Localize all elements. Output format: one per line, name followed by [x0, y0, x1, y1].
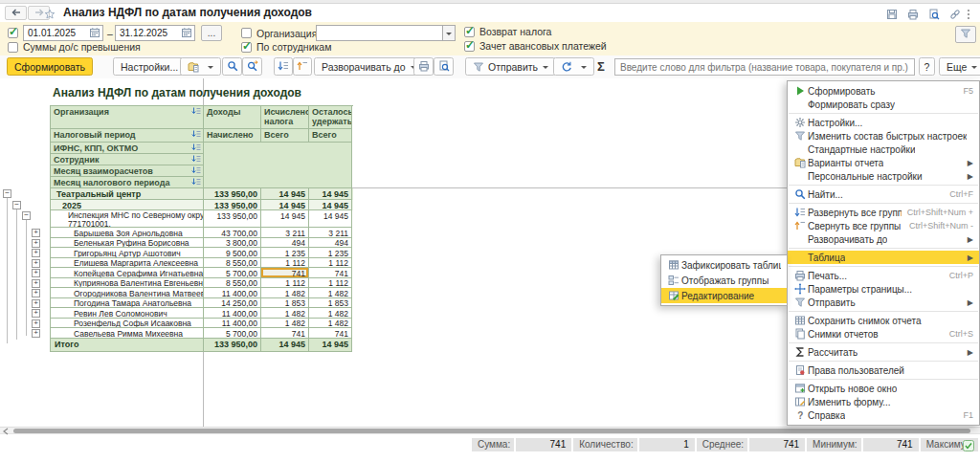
report-cell[interactable]: 14 945: [309, 339, 352, 352]
header-cell-total[interactable]: Всего: [309, 129, 352, 143]
report-cell[interactable]: 1 482: [261, 319, 309, 329]
report-cell[interactable]: 3 211: [309, 228, 352, 238]
calendar-icon[interactable]: [181, 27, 192, 40]
submenu-item-show-groups[interactable]: Отображать группы: [661, 273, 787, 288]
header-cell-employee[interactable]: Сотрудник: [51, 154, 204, 165]
report-cell[interactable]: 14 945: [261, 188, 309, 200]
sort-icon[interactable]: [191, 107, 201, 117]
expand-toggle[interactable]: +: [32, 329, 40, 338]
print-preview-button[interactable]: [434, 57, 454, 76]
report-cell[interactable]: 14 945: [309, 188, 352, 200]
report-cell[interactable]: 5 700,00: [204, 328, 261, 339]
period-from-field[interactable]: 01.01.2025: [23, 25, 103, 41]
report-cell[interactable]: 11 400,00: [204, 308, 261, 319]
report-cell[interactable]: 3 800,00: [204, 238, 261, 249]
report-cell[interactable]: 8 550,00: [204, 278, 261, 289]
expand-toggle[interactable]: +: [32, 239, 40, 248]
report-row[interactable]: Беленькая Руфина Борисовна3 800,00494494: [51, 238, 353, 249]
menu-item-table[interactable]: Таблица▶: [788, 251, 979, 264]
report-cell[interactable]: 9 500,00: [204, 248, 261, 258]
expand-toggle[interactable]: +: [32, 299, 40, 308]
period-to-field[interactable]: 31.12.2025: [115, 25, 195, 41]
menu-item-quick-settings[interactable]: Изменить состав быстрых настроек: [788, 129, 979, 143]
report-cell[interactable]: 1 482: [261, 308, 309, 319]
header-cell-total[interactable]: Всего: [261, 129, 309, 143]
expand-toggle[interactable]: −: [12, 201, 21, 209]
report-cell[interactable]: 1 482: [309, 308, 352, 319]
report-row[interactable]: Погодина Тамара Анатольевна14 250,001 85…: [51, 298, 353, 309]
expand-all-button[interactable]: [274, 57, 293, 76]
search-button[interactable]: [222, 57, 242, 76]
report-cell[interactable]: 494: [309, 238, 352, 249]
menu-item-change-form[interactable]: Изменить форму...: [788, 395, 979, 408]
period-more-button[interactable]: ...: [201, 25, 222, 41]
header-cell-settlement-month[interactable]: Месяц взаиморасчетов: [51, 165, 204, 177]
report-cell[interactable]: 741: [309, 328, 352, 339]
menu-item-page-setup[interactable]: Параметры страницы...: [788, 282, 979, 296]
checkbox-tax-return[interactable]: [464, 27, 475, 37]
calendar-icon[interactable]: [89, 27, 100, 40]
print-icon[interactable]: [907, 7, 921, 19]
report-cell[interactable]: 14 945: [309, 210, 352, 228]
report-cell[interactable]: 8 550,00: [204, 258, 261, 269]
scroll-left-arrow-icon[interactable]: [2, 429, 11, 434]
report-cell[interactable]: 1 853: [261, 298, 309, 309]
expand-toggle[interactable]: +: [32, 309, 40, 318]
menu-item-calculate[interactable]: Рассчитать▶: [788, 345, 979, 359]
expand-toggle[interactable]: +: [32, 259, 40, 268]
report-cell[interactable]: 1 112: [309, 258, 352, 269]
header-cell-remaining[interactable]: Осталось удержать: [309, 106, 352, 129]
sort-icon[interactable]: [191, 130, 201, 140]
report-cell[interactable]: 133 950,00: [204, 200, 261, 210]
filter-settings-button[interactable]: [955, 26, 976, 43]
checkbox-period[interactable]: [8, 28, 18, 38]
report-row[interactable]: Розенфельд Софья Исааковна11 400,001 482…: [51, 319, 353, 329]
refresh-button[interactable]: [553, 57, 594, 76]
more-icon[interactable]: [965, 7, 972, 19]
horizontal-scrollbar[interactable]: [0, 427, 980, 434]
expand-toggle[interactable]: +: [32, 319, 40, 328]
report-cell[interactable]: 741: [309, 268, 352, 278]
header-cell-ifns[interactable]: ИФНС, КПП, ОКТМО: [51, 143, 204, 154]
report-cell[interactable]: 5 700,00: [204, 268, 261, 278]
sort-icon[interactable]: [191, 155, 201, 165]
report-cell[interactable]: 14 945: [309, 200, 352, 210]
report-row[interactable]: Ревин Лев Соломонович11 400,001 4821 482: [51, 308, 353, 319]
report-row[interactable]: Огородникова Валентина Матвеевна11 400,0…: [51, 288, 353, 298]
menu-item-standard-settings[interactable]: Стандартные настройки: [788, 143, 979, 156]
report-cell[interactable]: 43 700,00: [204, 228, 261, 238]
report-cell[interactable]: 1 235: [309, 248, 352, 258]
report-row[interactable]: Инспекция МНС по Северному округу,771701…: [51, 210, 353, 228]
menu-item-generate[interactable]: СформироватьF5: [788, 84, 979, 98]
save-icon[interactable]: [886, 7, 900, 19]
expand-to-button[interactable]: Разворачивать до: [314, 57, 424, 76]
expand-toggle[interactable]: +: [32, 289, 40, 297]
report-total-row[interactable]: Итого133 950,0014 94514 945: [51, 339, 353, 352]
menu-item-find[interactable]: Найти...Ctrl+F: [788, 187, 979, 201]
report-cell[interactable]: 14 945: [261, 339, 309, 352]
back-button[interactable]: [5, 6, 27, 20]
menu-item-open-new-window[interactable]: Открыть новое окно: [788, 382, 979, 395]
generate-button[interactable]: Сформировать: [7, 57, 93, 76]
sum-icon[interactable]: Σ: [597, 59, 605, 74]
header-cell-tax-period[interactable]: Налоговый период: [51, 129, 204, 143]
report-row[interactable]: Григорьянц Артур Ашотович9 500,001 2351 …: [51, 248, 353, 258]
organization-dropdown-button[interactable]: [442, 25, 456, 41]
report-cell[interactable]: 3 211: [261, 228, 309, 238]
sort-icon[interactable]: [191, 143, 201, 153]
checkbox-by-employees[interactable]: [241, 42, 252, 53]
submenu-item-freeze-table[interactable]: Зафиксировать таблицу: [661, 257, 787, 273]
report-cell[interactable]: 741: [261, 328, 309, 339]
menu-item-print[interactable]: Печать...Ctrl+P: [788, 269, 979, 282]
header-cell-calculated-tax[interactable]: Исчислено налога: [261, 106, 309, 129]
indicators-toggle-icon[interactable]: [963, 438, 975, 451]
scrollbar-thumb[interactable]: [13, 429, 970, 433]
menu-item-user-rights[interactable]: Права пользователей: [788, 363, 979, 377]
report-cell[interactable]: 1 112: [309, 278, 352, 289]
expand-toggle[interactable]: +: [32, 269, 40, 277]
selected-cell[interactable]: 741: [261, 268, 309, 278]
report-cell[interactable]: 1 482: [309, 288, 352, 298]
checkbox-advance-offset[interactable]: [464, 41, 475, 52]
menu-item-expand-to[interactable]: Разворачивать до▶: [788, 232, 979, 246]
expand-toggle[interactable]: +: [32, 249, 40, 257]
